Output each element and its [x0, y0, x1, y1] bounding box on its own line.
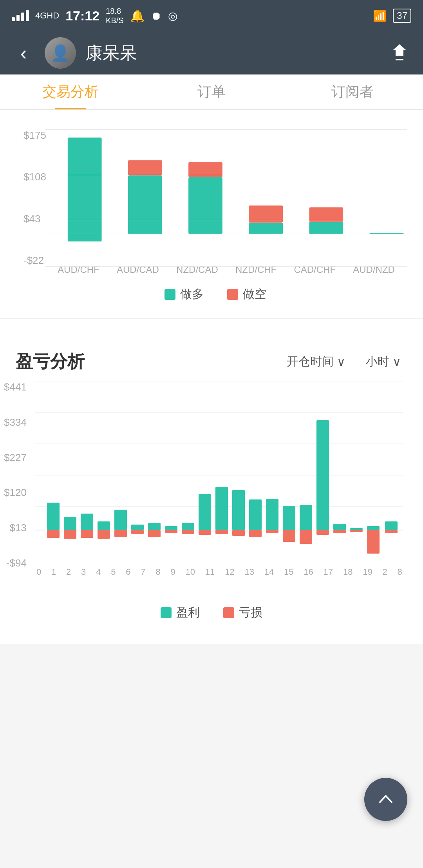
svg-rect-49: [316, 420, 329, 530]
tab-subscribers[interactable]: 订阅者: [282, 74, 423, 109]
svg-rect-18: [47, 530, 60, 538]
svg-rect-54: [350, 530, 363, 532]
svg-rect-41: [249, 499, 262, 530]
svg-rect-23: [98, 521, 110, 530]
svg-rect-51: [333, 524, 346, 530]
svg-rect-19: [64, 517, 76, 530]
svg-rect-33: [182, 523, 194, 530]
svg-rect-43: [266, 499, 278, 530]
pnl-bars-svg: [31, 381, 407, 569]
svg-rect-46: [283, 530, 295, 542]
legend-profit-dot: [161, 607, 172, 618]
svg-rect-37: [215, 487, 228, 530]
period-dropdown[interactable]: 小时 ∨: [360, 350, 407, 373]
legend-loss: 亏损: [223, 605, 262, 621]
tab-orders[interactable]: 订单: [141, 74, 282, 109]
trade-pairs-chart: $175 $108 $43 -$22: [0, 118, 423, 310]
tab-trade-analysis[interactable]: 交易分析: [0, 74, 141, 109]
time-chevron-icon: ∨: [337, 355, 345, 369]
legend-short-label: 做空: [243, 286, 266, 302]
status-bar: 4GHD 17:12 18.8 KB/S 🔔 ⏺ ◎ 📶 37: [0, 0, 423, 31]
chart1-legend: 做多 做空: [24, 286, 407, 302]
share-button[interactable]: [388, 41, 411, 65]
section-divider: [0, 318, 423, 319]
svg-rect-21: [81, 514, 93, 530]
svg-rect-8: [309, 207, 343, 222]
svg-rect-34: [182, 530, 194, 534]
pnl-section-header: 盈亏分析 开仓时间 ∨ 小时 ∨: [0, 338, 423, 381]
username-label: 康呆呆: [85, 42, 378, 65]
svg-rect-27: [131, 525, 144, 530]
wifi-icon: 📶: [373, 9, 387, 22]
signal-icon: [12, 10, 29, 21]
pnl-chart-container: $441 $334 $227 $120 $13 -$94: [31, 381, 407, 593]
svg-rect-20: [64, 530, 76, 539]
legend-short-dot: [227, 289, 238, 300]
content-area: $175 $108 $43 -$22: [0, 110, 423, 644]
svg-rect-44: [266, 530, 278, 533]
svg-rect-57: [385, 521, 398, 530]
tab-bar: 交易分析 订单 订阅者: [0, 74, 423, 110]
svg-rect-42: [249, 530, 262, 537]
svg-rect-55: [367, 526, 380, 530]
status-right: 📶 37: [373, 9, 411, 23]
svg-rect-32: [165, 530, 177, 533]
pnl-analysis-section: 盈亏分析 开仓时间 ∨ 小时 ∨ $441 $334 $227 $120 $13: [0, 338, 423, 636]
svg-rect-6: [249, 205, 283, 222]
time-dropdown[interactable]: 开仓时间 ∨: [280, 350, 352, 373]
svg-rect-0: [68, 138, 102, 242]
period-chevron-icon: ∨: [392, 355, 401, 369]
svg-rect-52: [333, 530, 346, 533]
time-display: 17:12: [65, 8, 99, 24]
notification-icon: 🔔: [130, 9, 145, 23]
profile-header: ‹ 👤 康呆呆: [0, 31, 423, 74]
svg-rect-39: [232, 490, 245, 530]
svg-rect-31: [165, 526, 177, 530]
svg-rect-30: [148, 530, 161, 537]
speed-display: 18.8 KB/S: [106, 6, 124, 25]
svg-rect-7: [309, 222, 343, 234]
legend-long-label: 做多: [180, 286, 204, 302]
chart2-legend: 盈利 亏损: [0, 605, 423, 621]
legend-long: 做多: [164, 286, 204, 302]
y-axis-labels-2: $441 $334 $227 $120 $13 -$94: [4, 381, 27, 569]
period-label: 小时: [366, 354, 389, 370]
network-type: 4GHD: [35, 11, 59, 21]
svg-rect-38: [215, 530, 228, 534]
svg-rect-58: [385, 530, 398, 533]
svg-rect-28: [131, 530, 144, 534]
legend-long-dot: [164, 289, 175, 300]
legend-short: 做空: [227, 286, 266, 302]
svg-rect-1: [128, 175, 162, 234]
svg-rect-47: [300, 505, 312, 530]
scroll-top-button[interactable]: [364, 778, 407, 821]
svg-rect-45: [283, 506, 295, 530]
svg-rect-48: [300, 530, 312, 544]
svg-rect-40: [232, 530, 245, 536]
svg-rect-5: [249, 223, 283, 234]
svg-rect-26: [114, 530, 127, 537]
svg-rect-36: [199, 530, 211, 535]
svg-rect-17: [47, 503, 60, 530]
svg-rect-53: [350, 528, 363, 530]
pnl-controls: 开仓时间 ∨ 小时 ∨: [280, 350, 407, 373]
svg-rect-50: [316, 530, 329, 535]
y-axis-labels-1: $175 $108 $43 -$22: [24, 129, 46, 267]
legend-loss-dot: [223, 607, 234, 618]
time-label: 开仓时间: [287, 354, 334, 370]
legend-loss-label: 亏损: [239, 605, 262, 621]
legend-profit: 盈利: [161, 605, 200, 621]
svg-rect-29: [148, 523, 161, 530]
pnl-title: 盈亏分析: [16, 350, 85, 373]
svg-rect-24: [98, 530, 110, 539]
svg-rect-2: [128, 160, 162, 176]
svg-rect-4: [188, 162, 222, 177]
svg-rect-22: [81, 530, 93, 538]
svg-rect-35: [199, 494, 211, 530]
bars-svg-1: [45, 129, 407, 267]
back-button[interactable]: ‹: [12, 41, 35, 65]
svg-rect-56: [367, 530, 380, 554]
avatar: 👤: [45, 37, 76, 69]
battery-display: 37: [393, 9, 411, 23]
status-left: 4GHD 17:12 18.8 KB/S 🔔 ⏺ ◎: [12, 6, 177, 25]
